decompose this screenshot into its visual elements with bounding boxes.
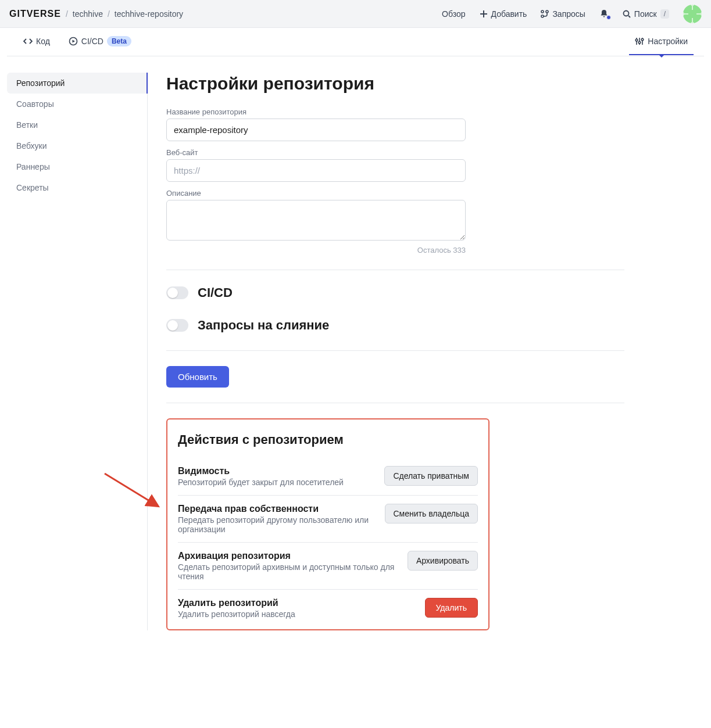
tab-cicd[interactable]: CI/CD Beta — [63, 28, 137, 56]
plus-icon — [480, 10, 488, 18]
action-transfer-desc: Передать репозиторий другому пользовател… — [178, 515, 378, 534]
sliders-icon — [635, 37, 644, 46]
change-owner-button[interactable]: Сменить владельца — [385, 504, 478, 523]
nav-overview-label: Обзор — [442, 9, 465, 19]
svg-marker-8 — [72, 40, 75, 43]
logo[interactable]: GITVERSE — [9, 9, 61, 19]
top-header: GITVERSE / techhive / techhive-repositor… — [0, 0, 711, 28]
beta-badge: Beta — [107, 36, 131, 46]
description-textarea[interactable] — [166, 200, 466, 241]
sidebar-item-label: Репозиторий — [16, 78, 65, 88]
delete-button[interactable]: Удалить — [425, 598, 478, 618]
sidebar-item-label: Секреты — [16, 183, 49, 192]
sidebar-item-label: Вебхуки — [16, 141, 47, 150]
divider — [166, 350, 624, 351]
nav-requests[interactable]: Запросы — [534, 0, 592, 28]
website-input[interactable] — [166, 159, 466, 182]
search-shortcut: / — [660, 9, 669, 19]
action-visibility-title: Видимость — [178, 466, 377, 476]
page-title: Настройки репозитория — [166, 74, 624, 94]
action-archive: Архивация репозитория Сделать репозитори… — [178, 543, 478, 590]
nav-add[interactable]: Добавить — [473, 0, 534, 28]
description-label: Описание — [166, 189, 624, 198]
repo-name-label: Название репозитория — [166, 107, 624, 116]
nav-search-label: Поиск — [634, 9, 657, 19]
svg-point-5 — [623, 10, 628, 16]
nav-search[interactable]: Поиск / — [616, 0, 676, 28]
action-archive-title: Архивация репозитория — [178, 551, 401, 561]
action-transfer: Передача прав собственности Передать реп… — [178, 496, 478, 543]
sidebar-item-label: Ветки — [16, 120, 38, 130]
tab-code[interactable]: Код — [17, 28, 56, 55]
play-circle-icon — [69, 37, 78, 46]
svg-point-10 — [636, 39, 638, 41]
search-icon — [623, 10, 631, 18]
merge-requests-toggle-label: Запросы на слияние — [198, 318, 329, 333]
divider — [166, 270, 624, 270]
description-counter: Осталось 333 — [166, 246, 466, 254]
code-icon — [23, 37, 33, 46]
svg-point-2 — [541, 10, 544, 13]
svg-line-6 — [628, 16, 630, 17]
tab-settings[interactable]: Настройки — [629, 28, 694, 55]
avatar[interactable] — [683, 5, 702, 23]
sidebar-item-label: Раннеры — [16, 162, 50, 171]
sidebar-item-branches[interactable]: Ветки — [7, 114, 147, 135]
action-visibility-desc: Репозиторий будет закрыт для посетителей — [178, 478, 377, 487]
tab-cicd-label: CI/CD — [81, 37, 103, 46]
action-visibility: Видимость Репозиторий будет закрыт для п… — [178, 458, 478, 496]
nav-add-label: Добавить — [491, 9, 527, 19]
breadcrumb-repo[interactable]: techhive-repository — [115, 9, 183, 19]
breadcrumb-sep: / — [66, 9, 68, 19]
breadcrumb: / techhive / techhive-repository — [61, 9, 183, 19]
website-label: Веб-сайт — [166, 148, 624, 157]
nav-notifications[interactable] — [592, 9, 616, 19]
svg-point-12 — [639, 41, 641, 44]
repo-tabs: Код CI/CD Beta Настройки — [7, 28, 704, 56]
breadcrumb-owner[interactable]: techhive — [73, 9, 103, 19]
danger-zone: Действия с репозиторием Видимость Репози… — [166, 418, 490, 630]
repo-name-input[interactable] — [166, 119, 466, 141]
svg-point-4 — [546, 10, 548, 13]
cicd-toggle-label: CI/CD — [198, 285, 233, 300]
notification-dot — [606, 15, 611, 20]
action-archive-desc: Сделать репозиторий архивным и доступным… — [178, 562, 401, 581]
settings-sidebar: Репозиторий Соавторы Ветки Вебхуки Ранне… — [7, 73, 148, 630]
nav-overview[interactable]: Обзор — [435, 0, 472, 28]
sidebar-item-runners[interactable]: Раннеры — [7, 156, 147, 177]
archive-button[interactable]: Архивировать — [408, 551, 478, 571]
update-button[interactable]: Обновить — [166, 366, 229, 388]
sidebar-item-repository[interactable]: Репозиторий — [7, 73, 147, 94]
merge-requests-toggle[interactable] — [166, 319, 188, 332]
action-delete-title: Удалить репозиторий — [178, 598, 418, 608]
sidebar-item-collaborators[interactable]: Соавторы — [7, 94, 147, 114]
breadcrumb-sep: / — [108, 9, 110, 19]
tab-code-label: Код — [36, 37, 50, 46]
merge-icon — [541, 10, 549, 18]
cicd-toggle[interactable] — [166, 286, 188, 299]
svg-point-14 — [642, 38, 644, 41]
tab-settings-label: Настройки — [648, 37, 688, 46]
action-delete: Удалить репозиторий Удалить репозиторий … — [178, 590, 478, 619]
sidebar-item-webhooks[interactable]: Вебхуки — [7, 135, 147, 156]
divider — [166, 403, 624, 403]
action-delete-desc: Удалить репозиторий навсегда — [178, 609, 418, 619]
nav-requests-label: Запросы — [552, 9, 585, 19]
danger-zone-title: Действия с репозиторием — [178, 432, 478, 447]
svg-point-3 — [541, 15, 544, 17]
action-transfer-title: Передача прав собственности — [178, 504, 378, 514]
settings-content: Настройки репозитория Название репозитор… — [148, 73, 624, 630]
make-private-button[interactable]: Сделать приватным — [384, 466, 478, 486]
sidebar-item-label: Соавторы — [16, 99, 54, 109]
sidebar-item-secrets[interactable]: Секреты — [7, 177, 147, 198]
